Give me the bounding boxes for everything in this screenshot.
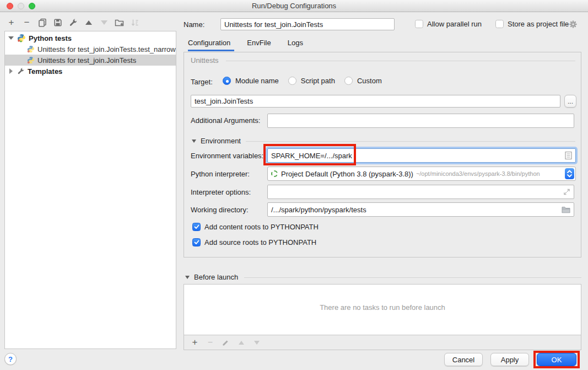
combobox-stepper-icon[interactable] bbox=[565, 168, 574, 179]
working-directory-input[interactable]: /.../spark/python/pyspark/tests bbox=[267, 202, 574, 217]
checkbox-unchecked-icon[interactable] bbox=[495, 20, 504, 28]
store-as-project-file-label: Store as project file bbox=[508, 20, 569, 28]
allow-parallel-run-label: Allow parallel run bbox=[427, 20, 482, 28]
checkbox-checked-icon[interactable] bbox=[192, 238, 201, 246]
checkbox-unchecked-icon[interactable] bbox=[415, 20, 423, 28]
new-folder-icon[interactable] bbox=[115, 18, 124, 28]
python-interpreter-path: ~/opt/miniconda3/envs/pyspark-3.8/bin/py… bbox=[416, 170, 540, 177]
tree-item-unittest-jointests[interactable]: Unittests for test_join.JoinTests bbox=[5, 55, 176, 66]
store-as-project-file-checkbox[interactable]: Store as project file bbox=[495, 20, 569, 28]
move-down-icon bbox=[99, 18, 109, 28]
interpreter-options-label: Interpreter options: bbox=[191, 188, 251, 196]
unittests-group-label: Unittests bbox=[191, 56, 219, 65]
tree-item-label: Templates bbox=[28, 67, 62, 76]
tab-logs[interactable]: Logs bbox=[288, 39, 303, 50]
name-label: Name: bbox=[184, 20, 204, 29]
interpreter-options-input[interactable] bbox=[267, 185, 574, 199]
config-tabs: Configuration EnvFile Logs bbox=[188, 39, 303, 50]
allow-parallel-run-checkbox[interactable]: Allow parallel run bbox=[415, 20, 482, 28]
target-input[interactable] bbox=[191, 95, 560, 108]
working-directory-label: Working directory: bbox=[191, 206, 249, 214]
radio-custom-label: Custom bbox=[357, 77, 382, 85]
apply-button[interactable]: Apply bbox=[490, 353, 529, 366]
run-debug-configurations-dialog: Run/Debug Configurations + − Python bbox=[0, 0, 588, 370]
move-task-up-icon bbox=[237, 341, 245, 345]
python-interpreter-value: Project Default (Python 3.8 (pyspark-3.8… bbox=[281, 170, 413, 178]
tree-item-unittest-narrow[interactable]: Unittests for test_join.JoinTests.test_n… bbox=[5, 44, 176, 55]
expanded-arrow-icon[interactable] bbox=[5, 36, 17, 40]
section-divider bbox=[246, 141, 575, 142]
env-vars-editor-icon[interactable] bbox=[565, 152, 572, 160]
move-task-down-icon bbox=[252, 341, 261, 345]
before-launch-section-label: Before launch bbox=[194, 273, 238, 281]
window-title: Run/Debug Configurations bbox=[0, 0, 588, 12]
browse-folder-icon[interactable] bbox=[562, 206, 570, 213]
checkbox-checked-icon[interactable] bbox=[192, 223, 201, 231]
wrench-icon bbox=[17, 67, 25, 75]
add-source-roots-checkbox[interactable]: Add source roots to PYTHONPATH bbox=[192, 238, 316, 246]
edit-templates-icon[interactable] bbox=[68, 18, 78, 28]
sort-alphabetically-icon bbox=[130, 18, 139, 28]
python-test-icon bbox=[27, 45, 35, 53]
active-tab-underline bbox=[188, 50, 234, 51]
name-input[interactable] bbox=[220, 18, 395, 30]
configurations-tree: Python tests Unittests for test_join.Joi… bbox=[4, 31, 176, 349]
add-content-roots-label: Add content roots to PYTHONPATH bbox=[204, 223, 319, 231]
tree-item-label: Python tests bbox=[29, 34, 72, 42]
python-test-icon bbox=[27, 56, 35, 64]
radio-custom[interactable] bbox=[344, 77, 353, 85]
store-settings-gear-icon[interactable] bbox=[569, 20, 578, 30]
environment-section-label: Environment bbox=[201, 137, 241, 145]
collapsed-arrow-icon[interactable] bbox=[5, 68, 17, 74]
add-source-roots-label: Add source roots to PYTHONPATH bbox=[204, 238, 316, 246]
radio-script-path-label: Script path bbox=[301, 77, 335, 85]
environment-variables-input[interactable]: SPARK_HOME=/.../spark bbox=[267, 148, 576, 163]
python-interpreter-select[interactable]: Project Default (Python 3.8 (pyspark-3.8… bbox=[267, 167, 576, 181]
tree-item-templates[interactable]: Templates bbox=[5, 66, 176, 77]
expand-field-icon[interactable] bbox=[563, 189, 570, 196]
python-tests-icon bbox=[17, 34, 26, 42]
save-configuration-icon[interactable] bbox=[53, 18, 62, 28]
environment-collapse-icon[interactable] bbox=[192, 140, 196, 143]
radio-script-path[interactable] bbox=[288, 77, 296, 85]
tab-configuration[interactable]: Configuration bbox=[188, 39, 230, 50]
ok-button[interactable]: OK bbox=[537, 353, 576, 366]
tab-envfile[interactable]: EnvFile bbox=[247, 39, 271, 50]
copy-configuration-icon[interactable] bbox=[37, 18, 47, 28]
title-bar: Run/Debug Configurations bbox=[0, 0, 588, 12]
target-radio-group: Module name Script path Custom bbox=[223, 77, 382, 85]
before-launch-toolbar: + − bbox=[184, 335, 581, 350]
browse-button[interactable]: ... bbox=[564, 95, 576, 108]
add-task-icon[interactable]: + bbox=[191, 338, 199, 347]
tree-item-label: Unittests for test_join.JoinTests.test_n… bbox=[37, 45, 176, 53]
python-interpreter-label: Python interpreter: bbox=[191, 170, 250, 178]
radio-module-name-label: Module name bbox=[235, 77, 279, 85]
remove-configuration-icon[interactable]: − bbox=[22, 18, 31, 28]
add-configuration-icon[interactable]: + bbox=[7, 18, 16, 28]
tree-item-label: Unittests for test_join.JoinTests bbox=[37, 56, 136, 65]
environment-variables-value: SPARK_HOME=/.../spark bbox=[271, 152, 352, 160]
cancel-button[interactable]: Cancel bbox=[444, 353, 483, 366]
section-divider bbox=[244, 277, 581, 278]
environment-variables-label: Environment variables: bbox=[191, 152, 263, 160]
working-directory-value: /.../spark/python/pyspark/tests bbox=[271, 206, 366, 214]
conda-environment-icon bbox=[271, 170, 278, 177]
before-launch-panel: There are no tasks to run before launch … bbox=[184, 284, 581, 350]
additional-arguments-label: Additional Arguments: bbox=[191, 116, 260, 125]
group-divider bbox=[226, 61, 575, 61]
edit-task-icon bbox=[222, 339, 230, 346]
unittests-groupbox: Unittests Target: Module name Script pat… bbox=[184, 52, 581, 258]
help-button[interactable]: ? bbox=[4, 353, 17, 365]
target-label: Target: bbox=[191, 78, 213, 86]
configurations-toolbar: + − bbox=[7, 18, 139, 28]
remove-task-icon: − bbox=[206, 337, 214, 347]
additional-arguments-input[interactable] bbox=[267, 114, 574, 128]
radio-module-name[interactable] bbox=[223, 77, 231, 85]
add-content-roots-checkbox[interactable]: Add content roots to PYTHONPATH bbox=[192, 223, 319, 231]
tree-item-python-tests[interactable]: Python tests bbox=[5, 33, 176, 44]
move-up-icon[interactable] bbox=[84, 18, 93, 28]
before-launch-collapse-icon[interactable] bbox=[185, 276, 190, 279]
before-launch-empty-text: There are no tasks to run before launch bbox=[184, 303, 581, 312]
